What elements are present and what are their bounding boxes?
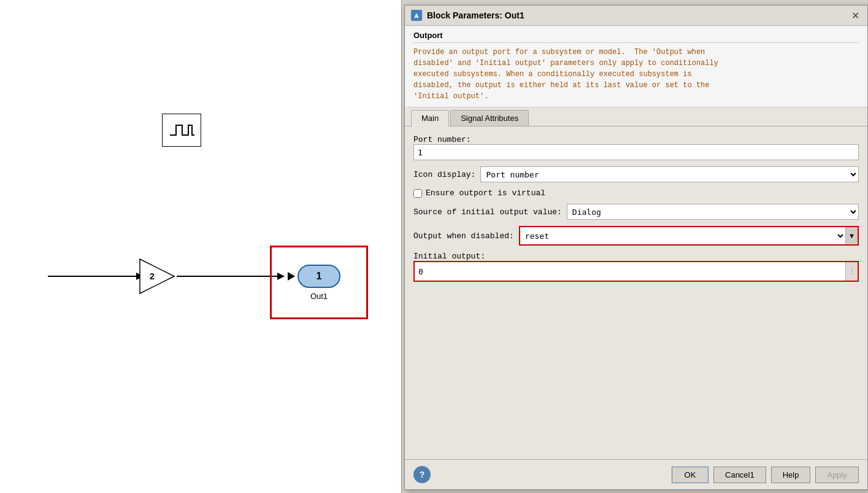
source-select[interactable]: Dialog Input port [567, 204, 859, 220]
help-icon-button[interactable]: ? [413, 466, 431, 483]
footer-left: ? [413, 466, 431, 483]
output-disabled-dropdown-icon[interactable]: ▼ [845, 227, 858, 244]
port-number-label: Port number: [413, 135, 471, 144]
footer-right: OK Cancel1 Help Apply [672, 467, 859, 483]
pulse-icon [169, 122, 194, 139]
tab-signal-attributes[interactable]: Signal Attributes [450, 110, 529, 126]
ensure-virtual-label: Ensure outport is virtual [426, 188, 545, 198]
cancel-button[interactable]: Cancel1 [713, 467, 766, 483]
dialog-icon [411, 10, 422, 21]
out1-block-name: Out1 [310, 292, 328, 301]
tab-main[interactable]: Main [411, 110, 449, 126]
out1-arrow-icon [288, 272, 295, 281]
svg-marker-1 [136, 273, 144, 280]
source-row: Source of initial output value: Dialog I… [413, 204, 859, 220]
block-parameters-dialog: Block Parameters: Out1 ✕ Outport Provide… [404, 5, 868, 490]
close-button[interactable]: ✕ [849, 9, 861, 21]
description-area: Outport Provide an output port for a sub… [405, 26, 867, 107]
initial-output-section: Initial output: ⋮ [413, 252, 859, 282]
dialog-footer: ? OK Cancel1 Help Apply [405, 459, 867, 489]
dialog-title-left: Block Parameters: Out1 [411, 10, 524, 21]
block-type-label: Outport [413, 31, 859, 43]
port-number-section: Port number: [413, 135, 859, 160]
out1-block-inner: 1 Out1 [298, 265, 340, 301]
block-description: Provide an output port for a subsystem o… [413, 47, 859, 102]
dialog-title: Block Parameters: Out1 [427, 10, 524, 20]
ensure-virtual-checkbox[interactable] [413, 189, 422, 198]
initial-output-input[interactable] [415, 262, 845, 281]
help-button[interactable]: Help [771, 467, 811, 483]
initial-output-label-row: Initial output: [413, 252, 859, 261]
simulink-canvas: 2 1 1 Out1 [0, 0, 402, 493]
source-label: Source of initial output value: [413, 208, 562, 217]
initial-output-expand-button[interactable]: ⋮ [845, 262, 858, 281]
out1-block-number: 1 [317, 271, 322, 282]
output-disabled-row: Output when disabled: reset held ▼ [413, 226, 859, 246]
ensure-virtual-row: Ensure outport is virtual [413, 188, 859, 198]
icon-display-select[interactable]: Port number Signal name None [480, 166, 859, 182]
svg-text:2: 2 [150, 271, 155, 281]
output-disabled-select[interactable]: reset held [520, 227, 845, 244]
svg-marker-4 [140, 259, 174, 293]
dialog-content: Outport Provide an output port for a sub… [405, 26, 867, 459]
apply-button[interactable]: Apply [815, 467, 859, 483]
simulink-logo-icon [412, 11, 421, 20]
dialog-tabs: Main Signal Attributes [405, 107, 867, 126]
dialog-titlebar: Block Parameters: Out1 ✕ [405, 6, 867, 26]
out1-block-oval: 1 [298, 265, 340, 288]
ok-button[interactable]: OK [672, 467, 709, 483]
initial-output-label: Initial output: [413, 252, 485, 261]
output-disabled-wrapper: reset held ▼ [519, 226, 859, 246]
initial-output-wrapper: ⋮ [413, 261, 859, 282]
port-number-label-row: Port number: [413, 135, 859, 144]
icon-display-row: Icon display: Port number Signal name No… [413, 166, 859, 182]
out1-block-wrapper: 1 Out1 [270, 246, 368, 319]
output-disabled-label: Output when disabled: [413, 231, 514, 241]
pulse-block [162, 114, 201, 147]
icon-display-label: Icon display: [413, 170, 475, 179]
port-number-input[interactable] [413, 144, 859, 160]
dialog-form: Port number: Icon display: Port number S… [405, 126, 867, 459]
